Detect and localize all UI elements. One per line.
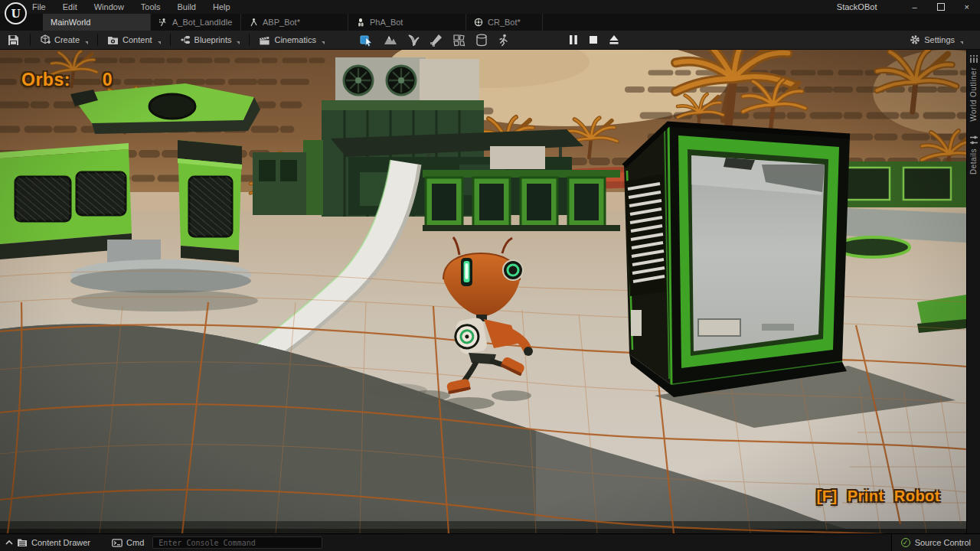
green-container-fence [423,170,620,231]
source-control-button[interactable]: ✓ Source Control [891,534,980,551]
status-bar: Content Drawer Cmd ✓ Source Control [0,533,980,551]
save-button[interactable] [0,31,27,49]
console-command-input[interactable] [152,536,322,549]
details-label: Details [969,148,978,174]
select-mode-icon[interactable] [360,34,374,47]
menu-build[interactable]: Build [178,2,196,11]
source-control-label: Source Control [915,538,971,547]
window-controls: – × [912,2,969,11]
content-drawer-label: Content Drawer [31,538,90,547]
foliage-mode-icon[interactable] [407,34,420,47]
cmd-label: Cmd [126,538,144,547]
create-button[interactable]: Create [34,31,94,49]
unreal-engine-logo[interactable]: U [5,2,27,24]
tab-label: A_Bot_LandIdle [172,18,232,27]
hud-orbs-label: Orbs: [21,70,70,90]
restore-button[interactable] [937,3,945,11]
tab-label: PhA_Bot [370,18,403,27]
asset-tab-bar: MainWorld A_Bot_LandIdle ABP_Bot* PhA_Bo… [0,14,980,31]
content-label: Content [122,35,152,44]
tab-pha-bot[interactable]: PhA_Bot [348,14,466,31]
viewport[interactable]: Orbs:0 [F] Print Robot [0,50,966,533]
toolbar-separator [170,34,171,46]
dropdown-caret [85,41,88,44]
hud-interact-prompt: [F] Print Robot [817,487,940,505]
cinematics-button[interactable]: Cinematics [253,31,330,49]
landscape-mode-icon[interactable] [384,34,397,46]
blueprints-icon [180,34,191,45]
tab-label: MainWorld [51,18,90,27]
content-drawer-button[interactable]: Content Drawer [0,534,96,551]
tab-world-outliner[interactable]: World Outliner [969,54,978,122]
title-bar: U File Edit Window Tools Build Help Stac… [0,0,980,14]
details-icon [969,135,978,145]
tabbar-empty [543,14,980,31]
menu-bar: File Edit Window Tools Build Help [32,2,230,11]
pause-button[interactable] [569,34,578,45]
menu-help[interactable]: Help [213,2,230,11]
create-icon [40,34,51,45]
playback-controls [569,34,619,45]
unreal-editor-window: U File Edit Window Tools Build Help Stac… [0,0,980,551]
tab-details[interactable]: Details [969,135,978,174]
menu-window[interactable]: Window [94,2,124,11]
create-label: Create [54,35,80,44]
menu-tools[interactable]: Tools [141,2,161,11]
menu-file[interactable]: File [32,2,46,11]
cinematics-label: Cinematics [274,35,315,44]
content-drawer-icon [17,538,28,547]
window-title: StackOBot [837,2,877,11]
animation-blueprint-icon [249,18,258,27]
dropdown-caret [158,41,161,44]
content-icon [107,35,119,45]
dropdown-caret [322,41,325,44]
fracture-mode-icon[interactable] [452,34,466,47]
animation-mode-icon[interactable] [498,34,509,47]
tab-label: ABP_Bot* [263,18,300,27]
save-icon [8,34,19,46]
settings-gear-icon [910,34,920,45]
cmd-icon [112,539,122,547]
world-outliner-label: World Outliner [969,67,978,122]
game-scene [0,50,966,533]
cinematics-icon [259,35,270,45]
close-button[interactable]: × [965,2,969,11]
tab-abp-bot[interactable]: ABP_Bot* [241,14,348,31]
world-outliner-icon [969,54,978,64]
settings-label: Settings [924,35,955,44]
tab-cr-bot[interactable]: CR_Bot* [466,14,543,31]
content-button[interactable]: Content [101,31,167,49]
chevron-up-icon [5,540,13,546]
tab-label: CR_Bot* [488,18,521,27]
physics-asset-icon [356,18,365,27]
hud-orbs-counter: Orbs:0 [21,70,113,90]
tab-a-bot-landidle[interactable]: A_Bot_LandIdle [151,14,241,31]
toolbar-separator [97,34,98,46]
eject-button[interactable] [609,34,619,45]
main-toolbar: Create Content Blueprints Cinematics [0,31,980,50]
dropdown-caret [960,41,963,44]
editor-modes [360,34,509,47]
mesh-paint-mode-icon[interactable] [430,34,443,47]
control-rig-icon [474,18,483,27]
settings-button[interactable]: Settings [903,31,969,49]
animation-sequence-icon [158,18,168,27]
minimize-button[interactable]: – [912,2,916,11]
tab-mainworld[interactable]: MainWorld [43,14,151,31]
menu-edit[interactable]: Edit [63,2,77,11]
dropdown-caret [237,41,240,44]
toolbar-separator [30,34,31,46]
blueprints-label: Blueprints [194,35,232,44]
brush-edit-mode-icon[interactable] [475,34,488,47]
cmd-button[interactable]: Cmd [106,534,149,551]
blueprints-button[interactable]: Blueprints [174,31,247,49]
right-panel-strip: World Outliner Details [966,50,980,533]
source-control-check-icon: ✓ [901,538,910,547]
stop-button[interactable] [589,35,598,44]
hud-orbs-value: 0 [103,70,113,90]
toolbar-separator [249,34,250,46]
